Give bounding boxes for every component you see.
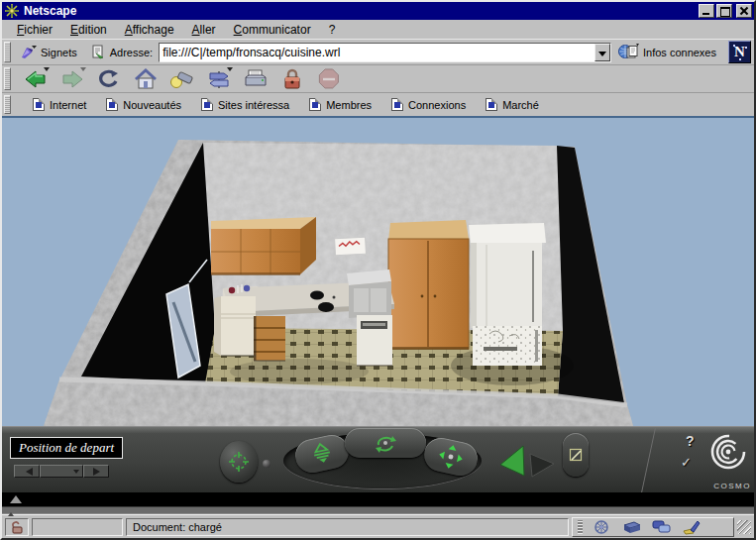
bookmark-page-icon bbox=[391, 98, 403, 111]
page-location-icon[interactable] bbox=[91, 45, 106, 59]
cosmo-help-button[interactable]: ? bbox=[686, 433, 695, 449]
rotate-button[interactable] bbox=[345, 428, 426, 458]
related-info-button[interactable]: Infos connexes bbox=[611, 42, 722, 62]
address-bar: Signets Adresse: Infos connexes N bbox=[2, 40, 754, 65]
kitchen-scene[interactable] bbox=[2, 118, 754, 426]
stop-icon bbox=[317, 68, 341, 90]
netscape-throbber[interactable]: N bbox=[728, 41, 751, 63]
bookmark-page-icon bbox=[33, 98, 45, 111]
pan-icon bbox=[436, 442, 467, 473]
personal-link-membres[interactable]: Membres bbox=[309, 98, 372, 111]
reload-button[interactable] bbox=[95, 67, 123, 91]
seek-icon bbox=[227, 450, 251, 474]
oven bbox=[473, 326, 542, 366]
mailbox-icon[interactable] bbox=[622, 519, 642, 535]
maximize-button[interactable] bbox=[716, 4, 732, 18]
related-info-label: Infos connexes bbox=[643, 47, 716, 58]
prev-viewpoint-button[interactable] bbox=[14, 465, 40, 478]
bookmark-page-icon bbox=[201, 98, 213, 111]
throbber-letter: N bbox=[734, 44, 745, 60]
undo-redo-buttons[interactable] bbox=[495, 442, 559, 482]
navigation-toolbar bbox=[2, 65, 754, 93]
resize-gutter[interactable] bbox=[2, 506, 754, 514]
wooden-drawers bbox=[254, 316, 285, 361]
upper-cabinet bbox=[211, 217, 316, 275]
personal-toolbar: Internet Nouveautés Sites intéressa Memb… bbox=[2, 93, 754, 116]
address-input[interactable] bbox=[160, 44, 594, 61]
menu-edition[interactable]: Edition bbox=[61, 21, 116, 39]
wall-note bbox=[335, 237, 367, 256]
viewpoint-list-bar[interactable] bbox=[40, 465, 83, 478]
search-icon bbox=[169, 68, 195, 90]
cosmo-dashboard: Position de depart bbox=[2, 426, 754, 492]
dashboard-separator bbox=[641, 428, 656, 493]
window-title: Netscape bbox=[24, 4, 697, 18]
status-message-field: Document: chargé bbox=[126, 518, 569, 536]
personal-link-label: Nouveautés bbox=[123, 99, 181, 111]
stove-burner bbox=[318, 302, 334, 312]
related-globe-icon bbox=[617, 44, 639, 60]
status-bar: Document: chargé bbox=[2, 514, 754, 538]
status-message: Document: chargé bbox=[133, 521, 222, 533]
reload-icon bbox=[97, 68, 121, 90]
menu-aller[interactable]: Aller bbox=[183, 21, 225, 39]
dashboard-dot bbox=[263, 460, 270, 468]
rotate-icon bbox=[371, 431, 400, 455]
personal-link-nouveautes[interactable]: Nouveautés bbox=[106, 98, 181, 111]
edit-button[interactable] bbox=[563, 433, 589, 477]
print-button[interactable] bbox=[242, 67, 270, 91]
menu-communicator[interactable]: Communicator bbox=[225, 21, 320, 39]
close-button[interactable] bbox=[736, 4, 752, 18]
cosmo-confirm-button[interactable]: ✓ bbox=[681, 455, 692, 470]
personal-link-connexions[interactable]: Connexions bbox=[391, 98, 466, 111]
stove-burner bbox=[310, 291, 324, 300]
personal-link-sites[interactable]: Sites intéressa bbox=[201, 98, 289, 111]
composer-icon[interactable] bbox=[682, 519, 702, 535]
dishwasher bbox=[357, 315, 392, 366]
bookmark-page-icon bbox=[106, 98, 118, 111]
menu-bar: Fichier Edition Affichage Aller Communic… bbox=[2, 20, 754, 40]
minimize-button[interactable] bbox=[699, 4, 714, 18]
fridge bbox=[469, 223, 546, 328]
search-button[interactable] bbox=[168, 67, 196, 91]
component-bar-grip[interactable] bbox=[578, 520, 583, 534]
component-bar bbox=[572, 517, 734, 537]
forward-button[interactable] bbox=[58, 67, 86, 91]
viewpoint-tooltip: Position de depart bbox=[10, 437, 123, 459]
cosmo-brand-label: COSMO bbox=[713, 482, 751, 490]
back-button[interactable] bbox=[22, 67, 50, 91]
redo-icon bbox=[530, 454, 554, 477]
expand-console-icon[interactable] bbox=[10, 495, 22, 503]
tilt-icon bbox=[307, 440, 337, 469]
next-viewpoint-button[interactable] bbox=[83, 465, 109, 478]
discussions-icon[interactable] bbox=[652, 519, 672, 535]
home-button[interactable] bbox=[132, 67, 160, 91]
viewpoint-selector bbox=[14, 465, 109, 478]
guide-button[interactable] bbox=[205, 67, 233, 91]
bookmarks-button[interactable]: Signets bbox=[13, 43, 83, 62]
bookmark-icon bbox=[19, 45, 37, 60]
personal-link-label: Connexions bbox=[408, 99, 466, 111]
personal-link-marche[interactable]: Marché bbox=[486, 98, 539, 111]
undo-icon bbox=[500, 446, 524, 476]
unlocked-padlock-icon bbox=[10, 520, 24, 534]
base-cabinet bbox=[214, 296, 256, 356]
vrml-viewport[interactable] bbox=[2, 118, 754, 426]
security-button[interactable] bbox=[278, 67, 306, 91]
menu-fichier[interactable]: Fichier bbox=[8, 21, 61, 39]
address-bar-grip[interactable] bbox=[4, 42, 11, 62]
address-dropdown-button[interactable] bbox=[594, 44, 610, 61]
menu-help[interactable]: ? bbox=[320, 21, 345, 39]
security-status-button[interactable] bbox=[5, 518, 29, 536]
toolbar-grip[interactable] bbox=[4, 67, 11, 90]
seek-button[interactable] bbox=[220, 441, 258, 483]
window-resize-grip[interactable] bbox=[737, 520, 751, 534]
navigator-icon[interactable] bbox=[593, 519, 612, 535]
personal-link-label: Marché bbox=[502, 99, 539, 111]
personal-link-internet[interactable]: Internet bbox=[33, 98, 86, 111]
address-field-frame bbox=[159, 43, 611, 62]
cosmo-message-strip bbox=[2, 492, 754, 506]
stop-button[interactable] bbox=[315, 67, 343, 91]
menu-affichage[interactable]: Affichage bbox=[116, 21, 183, 39]
personal-toolbar-grip[interactable] bbox=[4, 95, 11, 114]
